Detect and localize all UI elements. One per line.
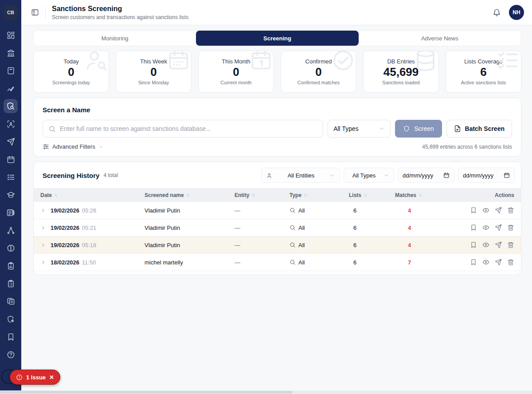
- chevron-right-icon[interactable]: [40, 208, 46, 213]
- date-from-input[interactable]: dd/mm/yyyy: [398, 168, 454, 183]
- brain-icon[interactable]: [4, 241, 18, 255]
- screen-button[interactable]: Screen: [395, 120, 442, 138]
- help-icon[interactable]: [4, 347, 18, 362]
- stat-sublabel: Sanctions loaded: [382, 80, 419, 85]
- column-header-date[interactable]: Date↑↓: [40, 192, 145, 198]
- bookmark-icon[interactable]: [470, 224, 477, 231]
- send-icon[interactable]: [495, 259, 502, 266]
- page-subtitle: Screen customers and transactions agains…: [52, 14, 188, 20]
- row-type: All: [298, 207, 305, 214]
- user-avatar[interactable]: NH: [509, 5, 524, 20]
- issue-badge[interactable]: 1 Issue ✕: [10, 370, 60, 385]
- calendar-icon[interactable]: [4, 152, 18, 166]
- check-circle-icon: [331, 51, 355, 72]
- face-scan-icon[interactable]: [4, 117, 18, 131]
- row-screened-name: michel martelly: [145, 259, 235, 266]
- tab-screening[interactable]: Screening: [196, 31, 358, 46]
- column-header-type[interactable]: Type↑↓: [289, 192, 349, 198]
- table-row-highlighted[interactable]: 19/02/2026 05:18 Vladimir Putin — All 6 …: [34, 236, 521, 254]
- bookmark-icon[interactable]: [470, 259, 477, 266]
- bank-icon[interactable]: [4, 46, 18, 60]
- date-to-input[interactable]: dd/mm/yyyy: [458, 168, 515, 183]
- send-icon[interactable]: [495, 207, 502, 214]
- send-icon[interactable]: [4, 134, 18, 149]
- stat-value: 0: [150, 66, 156, 78]
- stat-sublabel: Screenings today: [52, 80, 90, 85]
- checklist-icon[interactable]: [4, 170, 18, 184]
- sort-icon: ↑↓: [54, 193, 57, 197]
- delete-trash-icon[interactable]: [507, 224, 514, 231]
- stat-sublabel: Confirmed matches: [297, 80, 340, 85]
- chevron-right-icon[interactable]: [40, 260, 46, 265]
- view-eye-icon[interactable]: [482, 207, 489, 214]
- row-date: 19/02/2026: [51, 207, 79, 214]
- advanced-filters-label: Advanced Filters: [52, 143, 95, 150]
- chevron-right-icon[interactable]: [40, 242, 46, 248]
- bookmark-icon[interactable]: [4, 330, 18, 344]
- column-header-name[interactable]: Screened name↑↓: [145, 192, 235, 198]
- tab-adverse-news[interactable]: Adverse News: [359, 31, 521, 46]
- delete-trash-icon[interactable]: [507, 207, 514, 214]
- screen-button-label: Screen: [414, 125, 434, 132]
- bookmark-icon[interactable]: [470, 207, 477, 214]
- pen-chart-icon[interactable]: [4, 81, 18, 95]
- view-eye-icon[interactable]: [482, 224, 489, 231]
- shield-search-icon[interactable]: [4, 99, 18, 113]
- network-icon[interactable]: [4, 223, 18, 237]
- tab-monitoring[interactable]: Monitoring: [34, 31, 196, 46]
- horizontal-scrollbar[interactable]: [0, 390, 532, 394]
- sidebar-toggle-icon[interactable]: [31, 8, 39, 16]
- graduation-cap-icon[interactable]: [4, 188, 18, 202]
- news-icon[interactable]: [4, 205, 18, 220]
- name-search-input[interactable]: [60, 125, 317, 132]
- row-time: 05:21: [82, 225, 97, 231]
- entity-filter-select[interactable]: All Entities: [261, 168, 340, 183]
- delete-trash-icon[interactable]: [507, 241, 514, 248]
- chevron-down-icon: [383, 173, 389, 178]
- column-header-entity[interactable]: Entity↑↓: [235, 192, 289, 198]
- view-eye-icon[interactable]: [482, 241, 489, 248]
- documents-icon[interactable]: [4, 294, 18, 308]
- shield-gear-icon[interactable]: [4, 312, 18, 326]
- bookmark-icon[interactable]: [470, 241, 477, 248]
- send-icon[interactable]: [495, 224, 502, 231]
- view-eye-icon[interactable]: [482, 259, 489, 266]
- app-logo[interactable]: CB: [3, 5, 18, 20]
- column-header-matches[interactable]: Matches↑↓: [395, 192, 455, 198]
- history-table-header: Date↑↓ Screened name↑↓ Entity↑↓ Type↑↓ L…: [34, 188, 521, 202]
- clipboard-chart-icon[interactable]: [4, 259, 18, 273]
- row-date: 18/02/2026: [51, 259, 79, 266]
- advanced-filters-toggle[interactable]: Advanced Filters: [43, 143, 104, 150]
- column-header-lists[interactable]: Lists↑↓: [349, 192, 395, 198]
- scrollbar-thumb[interactable]: [0, 391, 293, 394]
- table-row[interactable]: 19/02/2026 05:26 Vladimir Putin — All 6 …: [34, 202, 521, 219]
- row-entity: —: [235, 225, 289, 231]
- close-icon[interactable]: ✕: [49, 374, 54, 381]
- table-row[interactable]: 19/02/2026 05:21 Vladimir Putin — All 6 …: [34, 219, 521, 236]
- screen-type-select[interactable]: All Types: [328, 120, 391, 138]
- date-to-value: dd/mm/yyyy: [463, 172, 493, 179]
- stat-title: This Month: [222, 58, 250, 65]
- row-type: All: [298, 225, 305, 231]
- screen-panel-title: Screen a Name: [43, 106, 512, 114]
- type-filter-select[interactable]: All Types: [344, 168, 394, 183]
- table-row[interactable]: 18/02/2026 11:50 michel martelly — All 6…: [34, 254, 521, 271]
- calendar-week-icon: [167, 51, 190, 71]
- alert-circle-icon: [16, 374, 23, 381]
- column-header-actions: Actions: [455, 192, 514, 198]
- notifications-bell-icon[interactable]: [493, 8, 501, 17]
- row-matches: 7: [395, 259, 455, 266]
- batch-screen-button[interactable]: Batch Screen: [446, 120, 512, 138]
- row-time: 11:50: [82, 259, 96, 266]
- dashboard-icon[interactable]: [4, 28, 18, 42]
- chevron-right-icon[interactable]: [40, 225, 46, 231]
- journal-icon[interactable]: [4, 63, 18, 78]
- entity-filter-value: All Entities: [277, 172, 325, 179]
- send-icon[interactable]: [495, 241, 502, 248]
- stat-title: Today: [63, 58, 79, 65]
- clipboard-check-icon[interactable]: [4, 276, 18, 291]
- delete-trash-icon[interactable]: [507, 259, 514, 266]
- search-icon: [289, 259, 296, 265]
- header-divider: [45, 6, 46, 19]
- sort-icon: ↑↓: [304, 193, 306, 197]
